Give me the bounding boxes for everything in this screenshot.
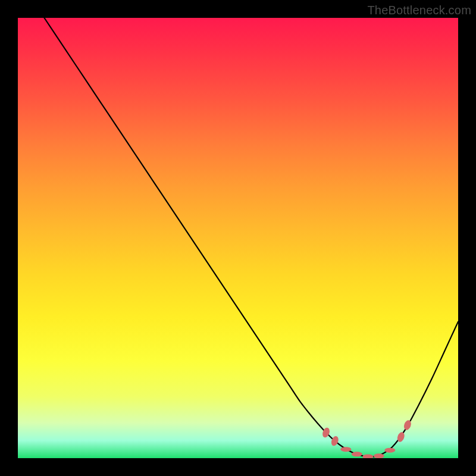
bottleneck-curve xyxy=(44,18,458,457)
plot-area xyxy=(18,18,458,458)
optimum-marker xyxy=(340,447,351,452)
chart-frame: TheBottleneck.com xyxy=(0,0,476,476)
optimum-marker xyxy=(374,453,384,458)
optimum-markers xyxy=(321,419,412,458)
optimum-marker xyxy=(352,452,362,456)
optimum-marker xyxy=(330,435,340,447)
watermark-text: TheBottleneck.com xyxy=(367,4,471,17)
curve-layer xyxy=(18,18,458,458)
optimum-marker xyxy=(384,448,395,453)
optimum-marker xyxy=(362,454,373,458)
